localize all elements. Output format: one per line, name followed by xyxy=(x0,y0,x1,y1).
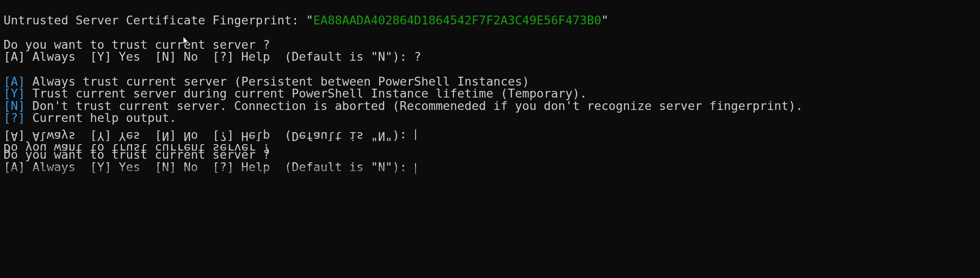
help-text-always: Always trust current server (Persistent … xyxy=(25,74,529,88)
reflection-cursor xyxy=(415,129,416,140)
help-text-help: Current help output. xyxy=(25,111,176,125)
reflection-options: [A] Always [Y] Yes [N] No [?] Help (Defa… xyxy=(4,129,414,143)
help-key-yes: [Y] xyxy=(4,86,25,100)
quote-open: " xyxy=(306,13,313,27)
help-key-no: [N] xyxy=(4,99,25,113)
fingerprint-label: Untrusted Server Certificate Fingerprint… xyxy=(4,13,306,27)
reflection-question: Do you want to trust current server ? xyxy=(4,141,270,155)
help-text-yes: Trust current server during current Powe… xyxy=(25,86,587,100)
help-text-no: Don't trust current server. Connection i… xyxy=(25,99,803,113)
user-input-1: ? xyxy=(414,50,421,63)
trust-options-1: [A] Always [Y] Yes [N] No [?] Help (Defa… xyxy=(4,50,414,63)
help-key-help: [?] xyxy=(4,111,25,125)
reflection-fade xyxy=(0,167,980,255)
trust-question-1: Do you want to trust current server ? xyxy=(4,38,270,51)
quote-close: " xyxy=(601,13,608,27)
help-key-always: [A] xyxy=(4,74,25,88)
fingerprint-value: EA88AADA402864D1864542F7F2A3C49E56F473B0 xyxy=(313,13,601,27)
